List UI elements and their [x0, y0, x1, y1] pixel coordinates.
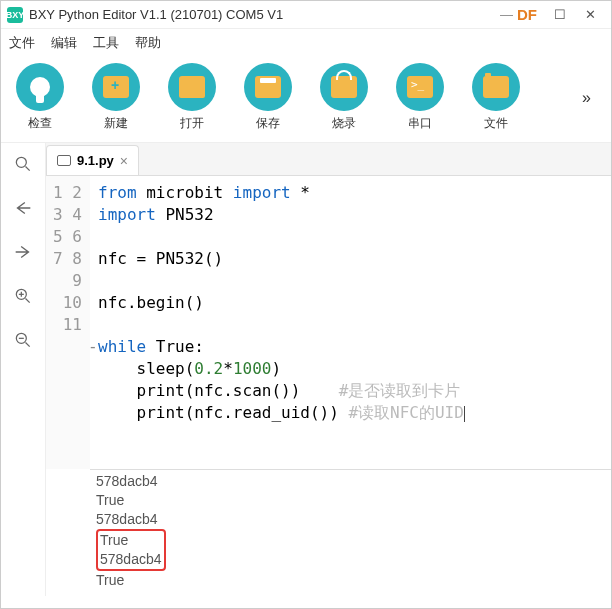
monitor-icon	[57, 155, 71, 166]
svg-point-0	[16, 157, 26, 167]
highlight-box: True 578dacb4	[96, 529, 166, 571]
svg-line-1	[26, 167, 30, 171]
terminal-icon	[407, 76, 433, 98]
fold-marker[interactable]: -	[88, 336, 98, 358]
tab-active[interactable]: 9.1.py ×	[46, 145, 139, 175]
menu-bar: 文件 编辑 工具 帮助	[1, 29, 611, 57]
line-gutter: 1 2 3 4 5 6 7 8 9 10 11	[46, 176, 90, 469]
redo-icon[interactable]	[12, 241, 34, 263]
code-content[interactable]: from microbit import * import PN532 nfc …	[90, 176, 611, 469]
left-sidebar	[1, 143, 45, 596]
svg-line-5	[26, 299, 30, 303]
undo-icon[interactable]	[12, 197, 34, 219]
thumbs-up-icon	[30, 77, 50, 97]
console-line: 578dacb4	[96, 510, 605, 529]
toolbar-save[interactable]: 保存	[239, 63, 297, 132]
console-line: 578dacb4	[100, 550, 162, 569]
save-icon	[255, 76, 281, 98]
tab-title: 9.1.py	[77, 153, 114, 168]
console-line: True	[100, 531, 162, 550]
code-editor[interactable]: 1 2 3 4 5 6 7 8 9 10 11 from microbit im…	[46, 175, 611, 469]
zoom-out-icon[interactable]	[12, 329, 34, 351]
window-title: BXY Python Editor V1.1 (210701) COM5 V1	[29, 7, 500, 22]
toolbar-serial[interactable]: 串口	[391, 63, 449, 132]
toolbar-burn[interactable]: 烧录	[315, 63, 373, 132]
console-line: 578dacb4	[96, 472, 605, 491]
search-icon[interactable]	[12, 153, 34, 175]
main-area: 9.1.py × 1 2 3 4 5 6 7 8 9 10 11 from mi…	[1, 143, 611, 596]
zoom-in-icon[interactable]	[12, 285, 34, 307]
toolbar: 检查 新建 打开 保存 烧录 串口 文件 »	[1, 57, 611, 143]
app-icon: BXY	[7, 7, 23, 23]
toolbar-check[interactable]: 检查	[11, 63, 69, 132]
toolbar-file[interactable]: 文件	[467, 63, 525, 132]
menu-file[interactable]: 文件	[9, 34, 35, 52]
menu-help[interactable]: 帮助	[135, 34, 161, 52]
df-logo: DF	[517, 6, 537, 23]
menu-tool[interactable]: 工具	[93, 34, 119, 52]
minimize-button[interactable]: —	[500, 7, 513, 22]
title-bar: BXY BXY Python Editor V1.1 (210701) COM5…	[1, 1, 611, 29]
folder-icon	[483, 76, 509, 98]
console-output[interactable]: 578dacb4 True 578dacb4 True 578dacb4 Tru…	[90, 469, 611, 596]
close-button[interactable]: ✕	[575, 4, 605, 26]
upload-icon	[331, 76, 357, 98]
tab-close-button[interactable]: ×	[120, 153, 128, 169]
menu-edit[interactable]: 编辑	[51, 34, 77, 52]
console-line: True	[96, 571, 605, 590]
editor-area: 9.1.py × 1 2 3 4 5 6 7 8 9 10 11 from mi…	[45, 143, 611, 596]
open-folder-icon	[179, 76, 205, 98]
text-caret	[464, 406, 465, 422]
svg-line-8	[26, 343, 30, 347]
new-file-icon	[103, 76, 129, 98]
console-line: True	[96, 491, 605, 510]
toolbar-open[interactable]: 打开	[163, 63, 221, 132]
toolbar-more[interactable]: »	[572, 89, 601, 107]
toolbar-new[interactable]: 新建	[87, 63, 145, 132]
maximize-button[interactable]: ☐	[545, 4, 575, 26]
tab-bar: 9.1.py ×	[46, 143, 611, 175]
